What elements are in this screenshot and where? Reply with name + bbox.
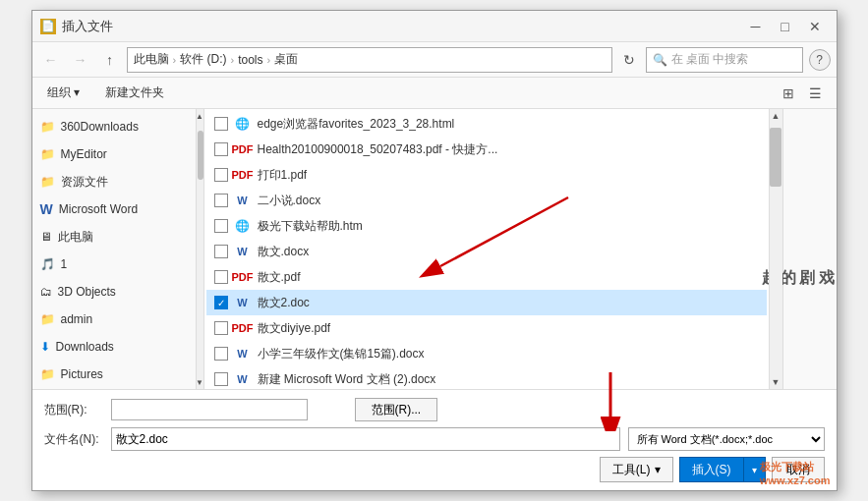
tools-button[interactable]: 工具(L) ▾ [600,457,673,482]
up-button[interactable]: ↑ [97,48,123,72]
bottom-section: 范围(R): 范围(R)... 文件名(N): 所有 Word 文档(*.doc… [32,389,837,490]
docx-icon: W [234,193,252,208]
search-placeholder: 在 桌面 中搜索 [671,51,749,68]
view-grid-button[interactable]: ⊞ [776,82,801,105]
insert-button[interactable]: 插入(S) [679,457,744,482]
forward-button[interactable]: → [68,48,93,72]
htm-icon: 🌐 [234,218,252,234]
tools-dropdown-icon: ▾ [655,463,661,476]
address-part-computer: 此电脑 [134,51,169,68]
file-checkbox[interactable] [214,194,228,207]
scroll-track [769,123,782,375]
file-item-pdf1[interactable]: PDF Health20100900018_50207483.pdf - 快捷方… [206,137,767,162]
dialog-icon: 📄 [40,19,56,34]
file-checkbox[interactable] [214,168,228,182]
sidebar-item-label: Microsoft Word [59,202,138,216]
scroll-up-btn[interactable]: ▲ [769,109,782,123]
file-checkbox[interactable] [214,117,228,131]
sidebar-item-label: 1 [61,257,68,271]
folder-icon: 📁 [40,147,55,161]
file-item-docx1[interactable]: W 二小说.docx [206,188,767,213]
range-input[interactable] [111,399,308,420]
address-part-tools: tools [238,53,262,67]
minimize-button[interactable]: ─ [742,16,770,37]
sidebar-item-admin[interactable]: 📁 admin [32,306,196,333]
filename-row: 文件名(N): 所有 Word 文档(*.docx;*.doc [44,427,825,451]
file-checkbox[interactable] [214,321,228,335]
sidebar-item-msword[interactable]: W Microsoft Word [32,195,196,223]
file-item-htm[interactable]: 🌐 极光下载站帮助.htm [206,213,767,239]
file-item-docx4[interactable]: W 新建 Microsoft Word 文档 (2).docx [206,366,767,389]
sidebar-scrollbar[interactable]: ▲ ▼ [196,109,203,389]
file-name: edge浏览器favorites_2023_3_28.html [258,116,455,133]
toolbar: ← → ↑ 此电脑 › 软件 (D:) › tools › 桌面 ↻ 🔍 在 桌… [32,42,837,78]
sidebar-item-myeditor[interactable]: 📁 MyEditor [32,140,196,168]
sidebar-item-thispc[interactable]: 🖥 此电脑 [32,223,196,250]
watermark: 极光下载站 www.xz7.com [760,460,831,486]
folder-icon: 📁 [40,175,55,189]
address-bar[interactable]: 此电脑 › 软件 (D:) › tools › 桌面 [127,47,612,73]
file-item-pdf3[interactable]: PDF 散文.pdf [206,264,767,290]
sidebar-item-360downloads[interactable]: 📁 360Downloads [32,113,196,140]
filetype-select[interactable]: 所有 Word 文档(*.docx;*.doc [628,427,825,451]
main-content: 📁 360Downloads 📁 MyEditor 📁 资源文件 W Micro… [32,109,837,389]
filename-input[interactable] [111,427,620,451]
download-icon: ⬇ [40,340,50,354]
file-item-pdf2[interactable]: PDF 打印1.pdf [206,162,767,188]
scroll-down-btn[interactable]: ▼ [769,375,782,389]
docx-icon: W [234,371,252,387]
sidebar-scroll-thumb [198,131,203,180]
maximize-button[interactable]: □ [772,16,799,37]
sidebar-scroll-down[interactable]: ▼ [197,375,203,389]
pdf-icon: PDF [234,269,252,285]
file-item-pdf4[interactable]: PDF 散文diyiye.pdf [206,315,767,341]
file-name: 散文2.doc [258,295,310,311]
file-checkbox[interactable] [214,245,228,258]
view-list-button[interactable]: ☰ [803,82,829,105]
file-item-docx2[interactable]: W 散文.docx [206,239,767,264]
file-checkbox[interactable] [214,347,228,361]
sidebar: 📁 360Downloads 📁 MyEditor 📁 资源文件 W Micro… [32,109,196,389]
pdf-icon: PDF [234,320,252,336]
file-checkbox[interactable] [214,372,228,386]
sidebar-scroll-up[interactable]: ▲ [197,109,203,123]
3d-icon: 🗂 [40,285,52,299]
sidebar-item-pictures[interactable]: 📁 Pictures [32,361,196,388]
file-checkbox[interactable] [214,142,228,156]
bottom-actions: 工具(L) ▾ 插入(S) ▾ 取消 [44,457,825,482]
pdf-icon: PDF [234,141,252,157]
address-part-desktop: 桌面 [274,51,298,68]
organize-button[interactable]: 组织 ▾ [40,83,87,104]
range-button[interactable]: 范围(R)... [355,398,438,421]
pdf-icon: PDF [234,167,252,183]
file-name: 小学三年级作文(集锦15篇).docx [258,346,425,362]
watermark-line2: www.xz7.com [760,474,831,486]
new-folder-button[interactable]: 新建文件夹 [98,83,171,104]
file-item-docx3[interactable]: W 小学三年级作文(集锦15篇).docx [206,341,767,366]
sidebar-item-resources[interactable]: 📁 资源文件 [32,168,196,195]
search-icon: 🔍 [653,53,667,67]
sidebar-item-downloads[interactable]: ⬇ Downloads [32,333,196,361]
search-box[interactable]: 🔍 在 桌面 中搜索 [646,47,803,73]
pc-icon: 🖥 [40,230,52,244]
file-item-doc-selected[interactable]: ✓ W 散文2.doc [206,290,767,315]
file-checkbox-checked[interactable]: ✓ [214,296,228,309]
file-item-html[interactable]: 🌐 edge浏览器favorites_2023_3_28.html [206,111,767,137]
file-checkbox[interactable] [214,270,228,284]
file-area: 🌐 edge浏览器favorites_2023_3_28.html PDF He… [204,109,782,389]
sep2: › [231,54,235,66]
file-name: 新建 Microsoft Word 文档 (2).docx [258,371,436,388]
refresh-button[interactable]: ↻ [616,48,642,72]
sidebar-item-3dobjects[interactable]: 🗂 3D Objects [32,278,196,306]
folder-icon: 📁 [40,120,55,134]
file-checkbox[interactable] [214,219,228,233]
help-button[interactable]: ? [809,49,831,71]
sidebar-item-label: MyEditor [61,147,107,161]
sidebar-item-1[interactable]: 🎵 1 [32,250,196,278]
file-scrollbar[interactable]: ▲ ▼ [769,109,782,389]
sep3: › [267,54,271,66]
back-button[interactable]: ← [38,48,64,72]
tools-label: 工具(L) [612,462,651,478]
file-name: 极光下载站帮助.htm [258,218,363,235]
close-button[interactable]: ✕ [801,16,829,37]
